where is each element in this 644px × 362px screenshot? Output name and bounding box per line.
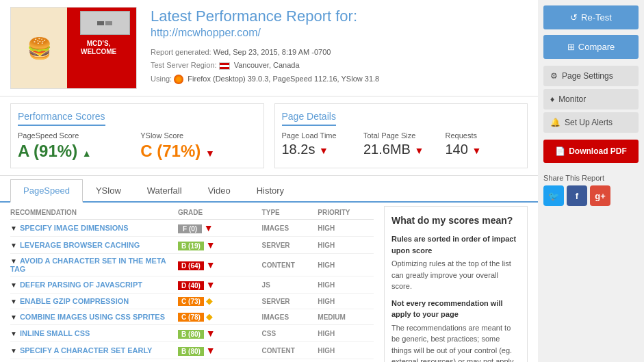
sidebar: ↺ Re-Test ⊞ Compare ⚙ Page Settings ♦ Mo… xyxy=(538,0,644,362)
rec-name[interactable]: ▼Enable gzip compression xyxy=(10,297,178,305)
share-gplus-button[interactable]: g+ xyxy=(590,185,610,206)
yslow-value: C (71%) ▼ xyxy=(140,142,256,161)
rec-type: SERVER xyxy=(262,298,318,305)
recommendations-table: RECOMMENDATION GRADE TYPE PRIORITY ▼Spec… xyxy=(10,206,374,362)
rec-name[interactable]: ▼Specify image dimensions xyxy=(10,224,178,232)
rec-type: JS xyxy=(262,281,318,289)
tab-pagespeed[interactable]: PageSpeed xyxy=(10,179,83,203)
rec-name[interactable]: ▼Inline small CSS xyxy=(10,329,178,337)
table-row: ▼Specify image dimensions F (0) ▼ IMAGES… xyxy=(10,220,374,237)
table-row: ▼Inline small CSS B (80) ▼ CSS HIGH xyxy=(10,325,374,342)
rec-name[interactable]: ▼Avoid a character set in the meta tag xyxy=(10,257,178,273)
page-size: Total Page Size 21.6MB ▼ xyxy=(363,131,439,157)
page-size-label: Total Page Size xyxy=(363,131,439,140)
retest-icon: ↺ xyxy=(570,12,578,23)
table-body: ▼Specify image dimensions F (0) ▼ IMAGES… xyxy=(10,220,374,359)
rec-type: CONTENT xyxy=(262,347,318,354)
header-recommendation: RECOMMENDATION xyxy=(10,209,178,216)
expand-arrow: ▼ xyxy=(10,257,17,265)
logo-area: MCD'S,WELCOME 🍔 xyxy=(10,7,137,89)
share-facebook-button[interactable]: f xyxy=(567,185,587,206)
table-header: RECOMMENDATION GRADE TYPE PRIORITY xyxy=(10,206,374,220)
page-settings-button[interactable]: ⚙ Page Settings xyxy=(543,66,639,86)
content-section: RECOMMENDATION GRADE TYPE PRIORITY ▼Spec… xyxy=(0,203,538,362)
grade-badge: B (80) xyxy=(178,347,204,356)
pagespeed-arrow: ▲ xyxy=(82,148,92,159)
load-time-value: 18.2s ▼ xyxy=(282,142,357,157)
canada-flag xyxy=(219,62,230,70)
rec-priority: HIGH xyxy=(318,224,374,232)
requests-value: 140 ▼ xyxy=(446,142,521,157)
alert-icon: 🔔 xyxy=(550,118,561,127)
header-type: TYPE xyxy=(262,209,318,216)
rec-name[interactable]: ▼Defer parsing of JavaScript xyxy=(10,281,178,289)
rec-type: CSS xyxy=(262,330,318,337)
page-details-title: Page Details xyxy=(282,111,336,126)
rec-grade: B (80) ▼ xyxy=(178,345,262,356)
tab-video[interactable]: Video xyxy=(195,179,244,203)
report-meta: Report generated: Wed, Sep 23, 2015, 8:1… xyxy=(151,46,528,86)
gear-icon: ⚙ xyxy=(550,71,558,81)
expand-arrow: ▼ xyxy=(10,281,17,289)
rec-priority: HIGH xyxy=(318,261,374,269)
pdf-icon: 📄 xyxy=(555,146,565,156)
info-p2-title: Not every recommendation will apply to y… xyxy=(391,298,520,320)
rec-grade: B (80) ▼ xyxy=(178,328,262,339)
rec-name[interactable]: ▼Specify a character set early xyxy=(10,346,178,354)
page-size-arrow: ▼ xyxy=(415,145,424,156)
share-icons: 🐦 f g+ xyxy=(543,185,639,206)
load-time-label: Page Load Time xyxy=(282,131,357,140)
generated-value: Wed, Sep 23, 2015, 8:19 AM -0700 xyxy=(214,48,331,56)
table-row: ▼Leverage browser caching B (19) ▼ SERVE… xyxy=(10,237,374,254)
share-twitter-button[interactable]: 🐦 xyxy=(543,185,564,206)
page-details-panel: Page Details Page Load Time 18.2s ▼ Tota… xyxy=(274,103,528,168)
rec-name[interactable]: ▼Leverage browser caching xyxy=(10,241,178,249)
rec-priority: HIGH xyxy=(318,281,374,289)
grade-badge: B (80) xyxy=(178,330,204,339)
table-row: ▼Avoid a character set in the meta tag D… xyxy=(10,254,374,276)
rec-priority: HIGH xyxy=(318,347,374,354)
rec-priority: HIGH xyxy=(318,298,374,305)
using-label: Using: xyxy=(151,75,172,83)
rec-grade: D (64) ▼ xyxy=(178,259,262,270)
tab-waterfall[interactable]: Waterfall xyxy=(134,179,195,203)
tab-history[interactable]: History xyxy=(244,179,297,203)
monitor-button[interactable]: ♦ Monitor xyxy=(543,89,639,109)
pagespeed-label: PageSpeed Score xyxy=(18,131,133,140)
header-grade: GRADE xyxy=(178,209,262,216)
rec-grade: D (40) ▼ xyxy=(178,279,262,290)
pagespeed-score: PageSpeed Score A (91%) ▲ xyxy=(18,131,133,161)
pagespeed-value: A (91%) ▲ xyxy=(18,142,133,161)
info-p1-title: Rules are sorted in order of impact upon… xyxy=(391,233,520,256)
expand-arrow: ▼ xyxy=(10,298,17,305)
load-time-arrow: ▼ xyxy=(319,145,329,156)
download-pdf-button[interactable]: 📄 Download PDF xyxy=(543,140,639,163)
table-row: ▼Specify a character set early B (80) ▼ … xyxy=(10,342,374,359)
header-info: Latest Performance Report for: http://mc… xyxy=(137,7,528,89)
server-label: Test Server Region: xyxy=(151,61,217,69)
share-label: Share This Report xyxy=(543,174,639,182)
setup-alerts-button[interactable]: 🔔 Set Up Alerts xyxy=(543,112,639,133)
retest-button[interactable]: ↺ Re-Test xyxy=(543,5,639,29)
grade-badge: D (40) xyxy=(178,281,204,290)
gplus-icon: g+ xyxy=(595,191,606,201)
rec-name[interactable]: ▼Combine images using CSS sprites xyxy=(10,313,178,321)
page-size-value: 21.6MB ▼ xyxy=(363,142,439,157)
yslow-label: YSlow Score xyxy=(140,131,256,140)
server-value: Vancouver, Canada xyxy=(234,61,300,69)
table-row: ▼Combine images using CSS sprites C (78)… xyxy=(10,309,374,325)
rec-type: SERVER xyxy=(262,242,318,249)
grade-badge: C (78) xyxy=(178,313,204,322)
monitor-icon: ♦ xyxy=(550,94,554,104)
compare-button[interactable]: ⊞ Compare xyxy=(543,35,639,59)
table-row: ▼Defer parsing of JavaScript D (40) ▼ JS… xyxy=(10,276,374,294)
yslow-score: YSlow Score C (71%) ▼ xyxy=(140,131,256,161)
tab-yslow[interactable]: YSlow xyxy=(83,179,134,203)
expand-arrow: ▼ xyxy=(10,242,17,249)
expand-arrow: ▼ xyxy=(10,330,17,337)
rec-priority: HIGH xyxy=(318,242,374,249)
info-p1-text: Optimizing rules at the top of the list … xyxy=(391,258,520,292)
requests: Requests 140 ▼ xyxy=(446,131,521,157)
expand-arrow: ▼ xyxy=(10,313,17,321)
rec-type: CONTENT xyxy=(262,261,318,269)
